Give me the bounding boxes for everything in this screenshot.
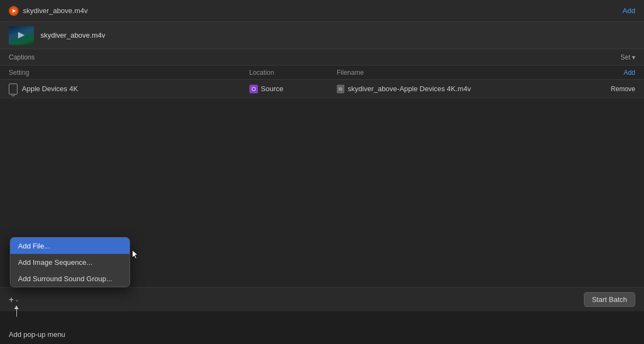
window-title: skydiver_above.m4v	[23, 7, 88, 15]
chevron-down-icon: ⌄	[15, 296, 19, 303]
set-button[interactable]: Set ▾	[620, 54, 635, 61]
popup-item-add-image-sequence[interactable]: Add Image Sequence...	[10, 254, 130, 270]
captions-label: Captions	[9, 54, 34, 61]
cell-setting: Apple Devices 4K	[9, 84, 249, 94]
title-bar-left: skydiver_above.m4v	[9, 6, 88, 16]
file-name: skydiver_above.m4v	[40, 31, 106, 39]
column-headers: Setting Location Filename Add	[0, 66, 644, 80]
table-row: Apple Devices 4K ⬡ Source ▤ skydiver_abo…	[0, 80, 644, 98]
chevron-down-icon: ▾	[632, 54, 635, 61]
device-icon	[9, 84, 17, 94]
file-row: skydiver_above.m4v	[0, 22, 644, 49]
file-icon: ▤	[337, 85, 344, 93]
popup-menu: Add File... Add Image Sequence... Add Su…	[10, 237, 130, 287]
location-icon: ⬡	[249, 85, 258, 93]
app-icon	[9, 6, 19, 16]
col-header-filename: Filename	[337, 69, 624, 76]
popup-item-add-file[interactable]: Add File...	[10, 238, 130, 254]
remove-button[interactable]: Remove	[611, 85, 635, 93]
captions-header: Captions Set ▾	[0, 49, 644, 66]
bottom-label: Add pop-up menu	[9, 330, 65, 339]
title-add-button[interactable]: Add	[623, 7, 635, 15]
cell-location: ⬡ Source	[249, 85, 337, 93]
popup-item-add-surround-sound[interactable]: Add Surround Sound Group...	[10, 270, 130, 287]
col-header-setting: Setting	[9, 69, 249, 76]
file-thumbnail	[9, 26, 34, 45]
col-add-button[interactable]: Add	[624, 69, 635, 76]
plus-icon: +	[9, 295, 14, 305]
title-bar: skydiver_above.m4v Add	[0, 0, 644, 22]
bottom-toolbar: + ⌄ Start Batch	[0, 287, 644, 311]
start-batch-button[interactable]: Start Batch	[584, 292, 635, 307]
cell-filename: ▤ skydiver_above-Apple Devices 4K.m4v	[337, 85, 611, 93]
add-dropdown-button[interactable]: + ⌄	[9, 295, 19, 305]
col-header-location: Location	[249, 69, 337, 76]
label-arrow	[16, 306, 17, 317]
